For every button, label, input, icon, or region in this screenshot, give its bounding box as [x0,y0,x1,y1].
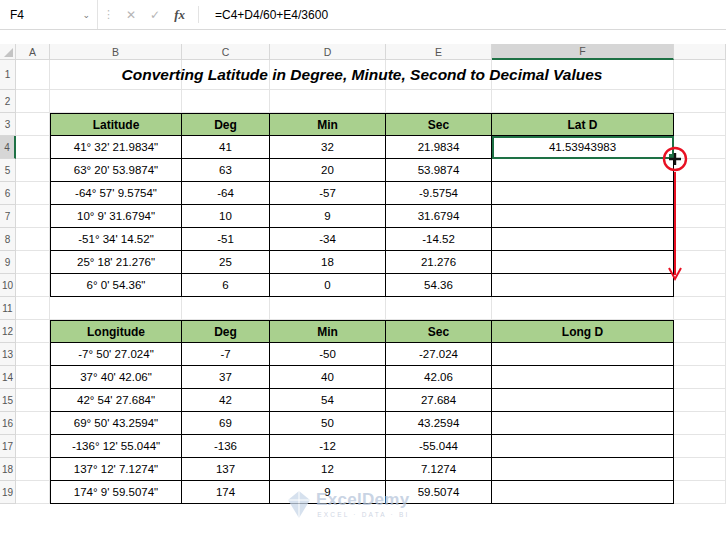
cell-E5[interactable]: 53.9874 [386,159,492,182]
row-header-7[interactable]: 7 [0,205,16,228]
cell-E3[interactable]: Sec [386,113,492,136]
cell-E6[interactable]: -9.5754 [386,182,492,205]
cell-E2[interactable] [386,90,492,113]
cell-B8[interactable]: -51° 34' 14.52" [50,228,182,251]
cell-A2[interactable] [16,90,50,113]
cell-G4[interactable] [674,136,726,159]
cell-G2[interactable] [674,90,726,113]
cell-D1[interactable] [270,60,386,90]
cell-C6[interactable]: -64 [182,182,270,205]
cell-D18[interactable]: 12 [270,458,386,481]
cell-A11[interactable] [16,297,50,320]
cell-F2[interactable] [492,90,674,113]
cell-E19[interactable]: 59.5074 [386,481,492,504]
cell-G18[interactable] [674,458,726,481]
row-header-12[interactable]: 12 [0,320,16,343]
cell-E15[interactable]: 27.684 [386,389,492,412]
cell-F5[interactable] [492,159,674,182]
cell-B18[interactable]: 137° 12' 7.1274" [50,458,182,481]
cell-E11[interactable] [386,297,492,320]
cell-D10[interactable]: 0 [270,274,386,297]
cell-C15[interactable]: 42 [182,389,270,412]
cell-D17[interactable]: -12 [270,435,386,458]
cell-G14[interactable] [674,366,726,389]
row-header-5[interactable]: 5 [0,159,16,182]
cell-G3[interactable] [674,113,726,136]
cell-A13[interactable] [16,343,50,366]
column-header-E[interactable]: E [386,44,492,60]
cell-F3[interactable]: Lat D [492,113,674,136]
cell-B1[interactable] [50,60,182,90]
cell-F6[interactable] [492,182,674,205]
cell-G19[interactable] [674,481,726,504]
row-header-3[interactable]: 3 [0,113,16,136]
cell-A17[interactable] [16,435,50,458]
formula-input[interactable]: =C4+D4/60+E4/3600 [205,0,726,29]
cell-D5[interactable]: 20 [270,159,386,182]
column-header-partial[interactable] [674,44,726,60]
cell-D6[interactable]: -57 [270,182,386,205]
cell-A4[interactable] [16,136,50,159]
cell-F19[interactable] [492,481,674,504]
cell-A5[interactable] [16,159,50,182]
cell-B7[interactable]: 10° 9' 31.6794" [50,205,182,228]
cell-D14[interactable]: 40 [270,366,386,389]
row-header-13[interactable]: 13 [0,343,16,366]
cell-E12[interactable]: Sec [386,320,492,343]
cell-A9[interactable] [16,251,50,274]
cell-C4[interactable]: 41 [182,136,270,159]
cell-F13[interactable] [492,343,674,366]
cell-C17[interactable]: -136 [182,435,270,458]
cell-D19[interactable]: 9 [270,481,386,504]
row-header-15[interactable]: 15 [0,389,16,412]
cell-D8[interactable]: -34 [270,228,386,251]
cell-G12[interactable] [674,320,726,343]
cell-D15[interactable]: 54 [270,389,386,412]
cell-F16[interactable] [492,412,674,435]
column-header-C[interactable]: C [182,44,270,60]
cell-B5[interactable]: 63° 20' 53.9874" [50,159,182,182]
cell-C18[interactable]: 137 [182,458,270,481]
cell-F11[interactable] [492,297,674,320]
cell-A14[interactable] [16,366,50,389]
cell-C19[interactable]: 174 [182,481,270,504]
cell-B11[interactable] [50,297,182,320]
cell-B3[interactable]: Latitude [50,113,182,136]
cell-C16[interactable]: 69 [182,412,270,435]
cell-A10[interactable] [16,274,50,297]
cell-B14[interactable]: 37° 40' 42.06" [50,366,182,389]
row-header-18[interactable]: 18 [0,458,16,481]
cell-F7[interactable] [492,205,674,228]
cell-D9[interactable]: 18 [270,251,386,274]
cell-B2[interactable] [50,90,182,113]
cell-G16[interactable] [674,412,726,435]
cell-E16[interactable]: 43.2594 [386,412,492,435]
cell-G17[interactable] [674,435,726,458]
cell-B12[interactable]: Longitude [50,320,182,343]
row-header-16[interactable]: 16 [0,412,16,435]
cell-E14[interactable]: 42.06 [386,366,492,389]
cell-G11[interactable] [674,297,726,320]
cell-B15[interactable]: 42° 54' 27.684" [50,389,182,412]
cell-G9[interactable] [674,251,726,274]
cell-D2[interactable] [270,90,386,113]
cell-E17[interactable]: -55.044 [386,435,492,458]
cancel-icon[interactable]: ✕ [119,0,143,29]
cell-E8[interactable]: -14.52 [386,228,492,251]
cell-D3[interactable]: Min [270,113,386,136]
cell-D12[interactable]: Min [270,320,386,343]
cell-C8[interactable]: -51 [182,228,270,251]
cell-B19[interactable]: 174° 9' 59.5074" [50,481,182,504]
insert-function-icon[interactable]: fx [167,0,192,29]
cell-F15[interactable] [492,389,674,412]
cell-A1[interactable] [16,60,50,90]
cell-B13[interactable]: -7° 50' 27.024" [50,343,182,366]
column-header-B[interactable]: B [50,44,182,60]
column-header-D[interactable]: D [270,44,386,60]
cell-C3[interactable]: Deg [182,113,270,136]
cell-C5[interactable]: 63 [182,159,270,182]
row-header-19[interactable]: 19 [0,481,16,504]
row-header-11[interactable]: 11 [0,297,16,320]
cell-C7[interactable]: 10 [182,205,270,228]
name-box[interactable]: F4 ⌄ [0,0,98,29]
